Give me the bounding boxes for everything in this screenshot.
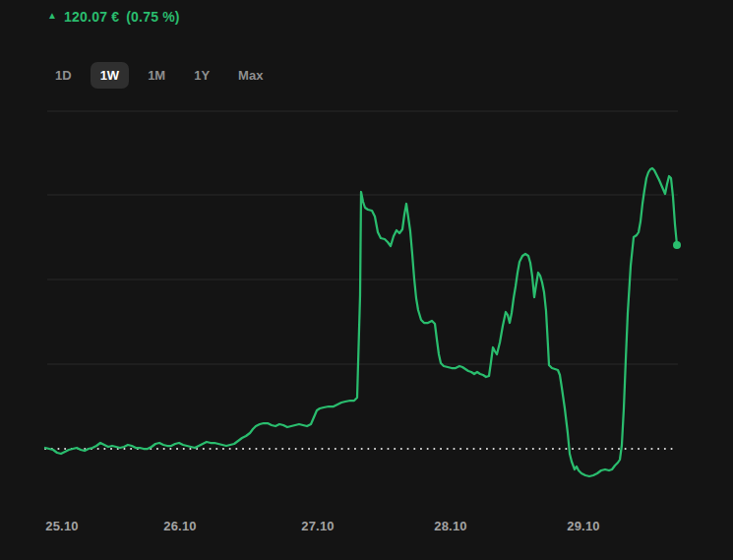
- x-axis: 25.1026.1027.1028.1029.10: [0, 519, 733, 536]
- x-axis-label: 27.10: [301, 519, 335, 533]
- price-chart[interactable]: [0, 0, 733, 560]
- current-price-dot: [673, 241, 681, 249]
- x-axis-label: 26.10: [163, 519, 197, 533]
- x-axis-label: 25.10: [45, 519, 79, 533]
- price-line: [45, 168, 677, 476]
- x-axis-label: 29.10: [567, 519, 600, 533]
- price-chart-svg: [0, 0, 733, 560]
- x-axis-label: 28.10: [434, 519, 467, 533]
